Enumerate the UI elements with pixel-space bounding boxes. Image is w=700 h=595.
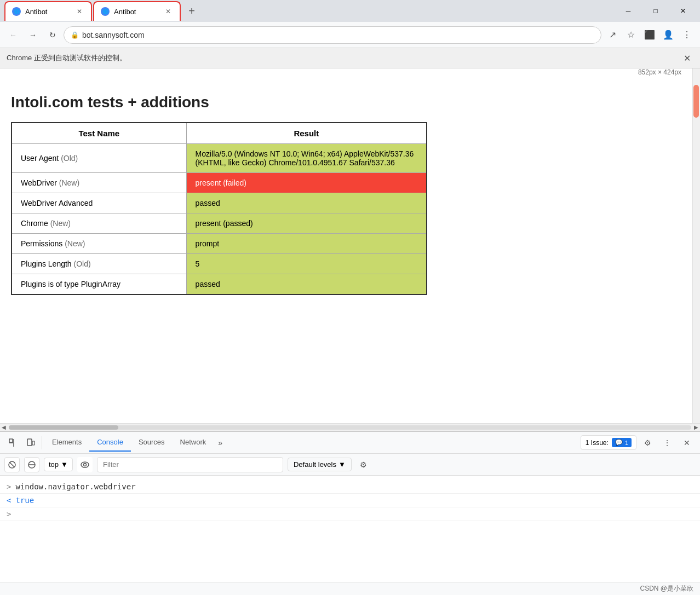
- table-row: WebDriver (New)present (failed): [12, 173, 427, 193]
- bookmark-icon[interactable]: ☆: [622, 26, 640, 44]
- table-cell-test-name: WebDriver (New): [12, 173, 186, 193]
- console-default-levels[interactable]: Default levels ▼: [288, 458, 352, 471]
- horizontal-scrollbar[interactable]: ◀ ▶: [0, 423, 700, 431]
- issue-button[interactable]: 1 Issue: 💬 1: [581, 435, 636, 450]
- console-line-input: > window.navigator.webdriver: [0, 480, 700, 494]
- console-context-arrow: ▼: [61, 460, 68, 469]
- console-toolbar: top ▼ Default levels ▼ ⚙: [0, 454, 700, 476]
- h-scroll-track: [9, 425, 691, 430]
- title-bar: 🌐 Antibot ✕ 🌐 Antibot ✕ + ─ □ ✕: [0, 0, 700, 22]
- extension-icon[interactable]: ⬛: [641, 26, 658, 44]
- table-row: Permissions (New)prompt: [12, 234, 427, 254]
- console-prompt-arrow: >: [7, 510, 11, 518]
- table-cell-result: passed: [186, 193, 427, 213]
- url-text: bot.sannysoft.com: [82, 31, 594, 39]
- tab-elements[interactable]: Elements: [44, 434, 89, 452]
- issue-count-label: 1 Issue:: [586, 439, 609, 447]
- console-output-arrow: <: [7, 496, 11, 505]
- tab-favicon-2: 🌐: [101, 7, 110, 16]
- console-output: > window.navigator.webdriver < true >: [0, 476, 700, 582]
- menu-icon[interactable]: ⋮: [678, 26, 696, 44]
- table-row: Plugins is of type PluginArraypassed: [12, 274, 427, 295]
- devtools-panel: Elements Console Sources Network » 1 Iss…: [0, 431, 700, 595]
- devtools-close-icon[interactable]: ✕: [678, 434, 696, 452]
- svg-point-9: [81, 462, 89, 467]
- window-controls: ─ □ ✕: [616, 2, 696, 20]
- devtools-customize-icon[interactable]: ⋮: [658, 434, 676, 452]
- table-cell-result: passed: [186, 274, 427, 295]
- table-cell-result: Mozilla/5.0 (Windows NT 10.0; Win64; x64…: [186, 144, 427, 173]
- maximize-button[interactable]: □: [643, 2, 668, 20]
- toolbar-icons: ↗ ☆ ⬛ 👤 ⋮: [604, 26, 696, 44]
- notification-bar: Chrome 正受到自动测试软件的控制。 ✕: [0, 48, 700, 68]
- table-cell-result: present (passed): [186, 213, 427, 234]
- issue-icon: 💬: [615, 439, 623, 446]
- url-bar[interactable]: 🔒 bot.sannysoft.com: [64, 26, 601, 44]
- tab-network[interactable]: Network: [173, 434, 214, 452]
- default-levels-arrow: ▼: [338, 460, 346, 469]
- table-cell-result: prompt: [186, 234, 427, 254]
- browser-tab-2[interactable]: 🌐 Antibot ✕: [93, 1, 181, 21]
- table-header-test: Test Name: [12, 123, 186, 144]
- tab-sources[interactable]: Sources: [131, 434, 173, 452]
- close-button[interactable]: ✕: [670, 2, 696, 20]
- issue-number: 1: [625, 440, 628, 446]
- browser-tab-1[interactable]: 🌐 Antibot ✕: [4, 1, 92, 21]
- console-eye-icon[interactable]: [77, 457, 93, 472]
- table-cell-test-name: User Agent (Old): [12, 144, 186, 173]
- devtools-separator: [42, 436, 42, 449]
- devtools-right-controls: 1 Issue: 💬 1 ⚙ ⋮ ✕: [581, 434, 696, 452]
- tab-console[interactable]: Console: [89, 434, 131, 452]
- console-prompt-line: >: [0, 507, 700, 521]
- table-cell-result: present (failed): [186, 173, 427, 193]
- page-area: 852px × 424px Intoli.com tests + additio…: [0, 68, 700, 423]
- console-clear-button[interactable]: [4, 457, 20, 472]
- tab-close-2[interactable]: ✕: [163, 7, 173, 16]
- console-context-dropdown[interactable]: top ▼: [44, 458, 73, 471]
- minimize-button[interactable]: ─: [616, 2, 641, 20]
- console-block-button[interactable]: [24, 457, 39, 472]
- notification-close[interactable]: ✕: [680, 51, 693, 65]
- tab-title-2: Antibot: [114, 8, 159, 16]
- issue-badge: 💬 1: [612, 438, 632, 447]
- refresh-button[interactable]: ↻: [44, 26, 61, 44]
- address-bar: ← → ↻ 🔒 bot.sannysoft.com ↗ ☆ ⬛ 👤 ⋮: [0, 22, 700, 48]
- default-levels-label: Default levels: [294, 460, 336, 469]
- svg-line-6: [10, 463, 14, 467]
- devtools-settings-icon[interactable]: ⚙: [639, 434, 656, 452]
- page-content: 852px × 424px Intoli.com tests + additio…: [0, 68, 692, 423]
- back-button[interactable]: ←: [4, 26, 22, 44]
- console-gear-button[interactable]: ⚙: [356, 457, 371, 472]
- bottom-bar: CSDN @是小菜欣: [0, 582, 700, 595]
- table-cell-test-name: Plugins Length (Old): [12, 254, 186, 274]
- lock-icon: 🔒: [71, 31, 79, 39]
- devtools-inspect-icon[interactable]: [4, 434, 22, 452]
- table-row: User Agent (Old)Mozilla/5.0 (Windows NT …: [12, 144, 427, 173]
- table-row: Plugins Length (Old)5: [12, 254, 427, 274]
- table-cell-test-name: WebDriver Advanced: [12, 193, 186, 213]
- h-scroll-left[interactable]: ◀: [0, 424, 8, 431]
- h-scroll-right[interactable]: ▶: [692, 424, 700, 431]
- table-cell-test-name: Plugins is of type PluginArray: [12, 274, 186, 295]
- console-output-text: true: [15, 496, 34, 505]
- h-scroll-thumb[interactable]: [9, 425, 118, 430]
- scrollbar-thumb[interactable]: [693, 85, 699, 118]
- table-cell-result: 5: [186, 254, 427, 274]
- console-filter-input[interactable]: [97, 457, 283, 472]
- share-icon[interactable]: ↗: [604, 26, 621, 44]
- svg-point-10: [83, 463, 86, 466]
- forward-button[interactable]: →: [24, 26, 42, 44]
- csdn-label: CSDN @是小菜欣: [640, 584, 693, 593]
- new-tab-button[interactable]: +: [182, 1, 202, 21]
- notification-text: Chrome 正受到自动测试软件的控制。: [7, 53, 127, 63]
- table-header-result: Result: [186, 123, 427, 144]
- browser-window: 🌐 Antibot ✕ 🌐 Antibot ✕ + ─ □ ✕ ← → ↻ 🔒 …: [0, 0, 700, 595]
- profile-icon[interactable]: 👤: [659, 26, 677, 44]
- tab-close-1[interactable]: ✕: [74, 7, 84, 16]
- tab-favicon-1: 🌐: [12, 7, 21, 16]
- devtools-device-icon[interactable]: [22, 434, 39, 452]
- table-row: WebDriver Advancedpassed: [12, 193, 427, 213]
- devtools-more-tabs[interactable]: »: [214, 434, 227, 452]
- page-scrollbar[interactable]: [692, 68, 700, 423]
- console-context-label: top: [49, 460, 59, 469]
